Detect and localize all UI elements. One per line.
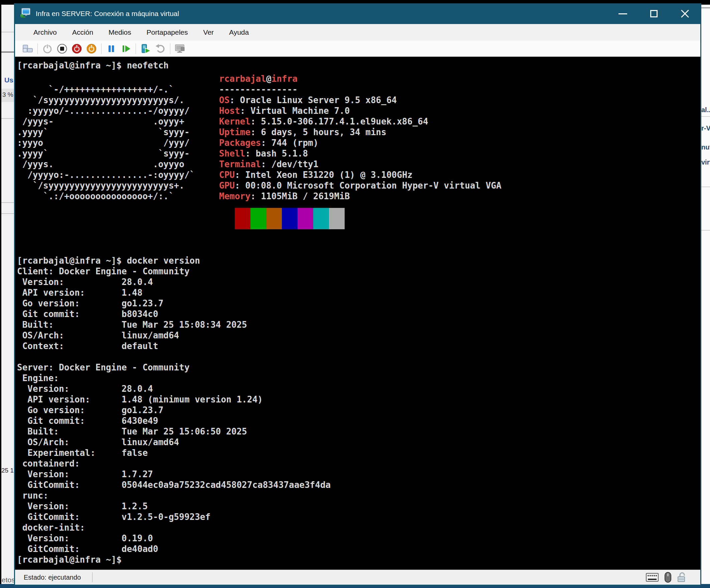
window-title: Infra en SERVER: Conexión a máquina virt… (36, 10, 179, 18)
unlock-icon (677, 572, 686, 583)
power-orange-icon (86, 43, 97, 54)
toolbar-separator (38, 43, 38, 54)
menu-item-ayuda[interactable]: Ayuda (221, 24, 257, 41)
bg-left-text: 25 1 (1, 467, 14, 474)
divider (1, 202, 14, 203)
keyboard-icon (645, 572, 659, 582)
mouse-icon (664, 572, 671, 583)
statusbar-separator (92, 572, 93, 582)
toolbar-separator (101, 43, 101, 54)
statusbar-icons (645, 572, 686, 583)
neofetch-info-block: rcarbajal@infra---------------OS: Oracle… (219, 73, 501, 201)
status-text: Estado: ejecutando (24, 574, 81, 581)
minimize-button[interactable] (607, 3, 638, 24)
neofetch-entry-packages: Packages: 744 (rpm) (219, 138, 501, 148)
divider (701, 187, 710, 187)
neofetch-entry-kernel: Kernel: 5.15.0-306.177.4.1.el9uek.x86_64 (219, 116, 501, 127)
bg-right-text: al... (701, 106, 710, 114)
revert-arrow-icon (155, 43, 166, 54)
revert-button[interactable] (153, 42, 168, 55)
bg-right-text: virt (701, 158, 710, 166)
neofetch-ascii-art: `-/+++++++++++++++++/-.` `/syyyyyyyyyyyy… (17, 84, 195, 201)
menu-item-archivo[interactable]: Archivo (26, 24, 65, 41)
status-bar: Estado: ejecutando (15, 570, 700, 585)
divider (701, 7, 710, 8)
color-block (313, 208, 329, 229)
divider (701, 116, 710, 117)
bg-right-text: nuta (701, 144, 710, 151)
save-state-button[interactable] (84, 42, 99, 55)
ansi-color-blocks (219, 208, 345, 229)
vmconnect-icon (20, 7, 31, 20)
toolbar-separator (170, 43, 170, 54)
bg-left-text: Us (4, 76, 14, 84)
bg-left-text: etos (2, 576, 15, 584)
vmconnect-window: Infra en SERVER: Conexión a máquina virt… (14, 3, 701, 586)
color-block (298, 208, 313, 229)
maximize-icon (650, 10, 658, 17)
neofetch-entry-memory: Memory: 1105MiB / 2619MiB (219, 191, 501, 201)
neofetch-entry-terminal: Terminal: /dev/tty1 (219, 159, 501, 170)
neofetch-entry-cpu: CPU: Intel Xeon E31220 (1) @ 3.100GHz (219, 170, 501, 180)
menu-bar: ArchivoAcciónMediosPortapapelesVerAyuda (15, 24, 700, 41)
pause-icon (105, 43, 117, 54)
menu-item-portapapeles[interactable]: Portapapeles (139, 24, 196, 41)
background-window-right: al... r-V nuta virt (701, 5, 710, 584)
neofetch-entry-gpu: GPU: 00:08.0 Microsoft Corporation Hyper… (219, 180, 501, 191)
neofetch-entry-shell: Shell: bash 5.1.8 (219, 148, 501, 159)
neofetch-entry-uptime: Uptime: 6 days, 5 hours, 34 mins (219, 127, 501, 138)
enhanced-session-icon (174, 43, 186, 54)
start-button[interactable] (40, 42, 55, 55)
close-icon (681, 9, 689, 18)
color-block (251, 208, 266, 229)
color-block (282, 208, 298, 229)
menu-item-acción[interactable]: Acción (65, 24, 101, 41)
minimize-icon (618, 14, 627, 14)
neofetch-entry-host: Host: Virtual Machine 7.0 (219, 105, 501, 116)
power-red-icon (71, 43, 82, 54)
toolbar (15, 41, 700, 57)
caption-buttons (607, 3, 700, 24)
background-window-left: Us 3 % 25 1 etos (1, 5, 14, 585)
color-block (219, 208, 235, 229)
menu-item-ver[interactable]: Ver (196, 24, 222, 41)
neofetch-prompt-line: [rcarbajal@infra ~]$ neofetch (17, 60, 169, 71)
divider (1, 213, 14, 214)
close-button[interactable] (669, 3, 700, 24)
divider (701, 230, 710, 230)
neofetch-separator: --------------- (219, 84, 501, 95)
turn-off-button[interactable] (55, 42, 69, 55)
stop-square-icon (56, 43, 68, 54)
divider (1, 51, 14, 53)
shut-down-button[interactable] (69, 42, 84, 55)
toolbar-separator (136, 43, 136, 54)
power-start-icon (42, 43, 53, 54)
color-block (235, 208, 251, 229)
color-block (329, 208, 345, 229)
checkpoint-button[interactable] (138, 42, 153, 55)
bg-right-text: r-V (701, 124, 710, 132)
title-bar: Infra en SERVER: Conexión a máquina virt… (15, 3, 700, 24)
color-block (266, 208, 282, 229)
maximize-button[interactable] (638, 3, 669, 24)
divider (1, 32, 14, 32)
docker-version-output: [rcarbajal@infra ~]$ docker version Clie… (17, 255, 331, 565)
reset-button[interactable] (119, 42, 133, 55)
terminal-screen[interactable]: [rcarbajal@infra ~]$ neofetch `-/+++++++… (15, 57, 700, 570)
keyboard-blocks-icon (22, 43, 34, 54)
neofetch-entry-os: OS: Oracle Linux Server 9.5 x86_64 (219, 95, 501, 105)
divider (1, 118, 14, 119)
menu-item-medios[interactable]: Medios (101, 24, 139, 41)
bg-left-text: 3 % (2, 91, 14, 98)
enhanced-session-button[interactable] (173, 42, 187, 55)
neofetch-userhost: rcarbajal@infra (219, 73, 501, 84)
play-icon (120, 43, 132, 54)
pause-button[interactable] (104, 42, 119, 55)
ctrl-alt-del-button[interactable] (20, 42, 35, 55)
checkpoint-icon (140, 43, 151, 54)
